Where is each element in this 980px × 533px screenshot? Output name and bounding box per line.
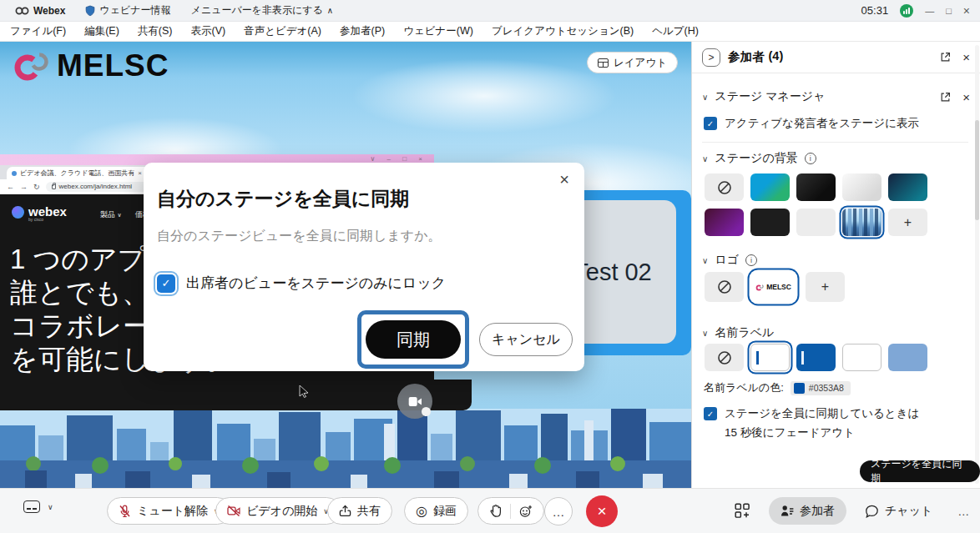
chevron-down-icon: ∨ — [702, 329, 708, 338]
menu-audio-video[interactable]: 音声とビデオ(A) — [244, 24, 321, 38]
name-label-color-label: 名前ラベルの色: — [704, 380, 784, 395]
chat-toggle-button[interactable]: チャット — [865, 504, 932, 519]
panel-title: 参加者 — [728, 49, 765, 65]
chat-icon — [865, 505, 879, 518]
close-window-button[interactable]: × — [963, 4, 970, 18]
stage-bg-option-black[interactable] — [750, 209, 790, 236]
panel-close-icon[interactable]: × — [962, 51, 970, 63]
reactions-smiley-icon[interactable] — [519, 505, 533, 518]
name-label-option-1-selected[interactable] — [750, 344, 790, 371]
shield-icon — [85, 5, 95, 17]
logo-section-header[interactable]: ∨ ロゴ i — [702, 253, 970, 268]
fade-out-checkbox[interactable]: ✓ — [704, 407, 717, 420]
webex-window: Webex ウェビナー情報 メニューバーを非表示にする ∧ 05:31 — □ … — [0, 0, 980, 533]
panel-collapse-button[interactable]: > — [702, 48, 720, 67]
captions-control[interactable]: ∨ — [23, 500, 53, 513]
logo-option-none[interactable] — [705, 272, 744, 302]
site-nav-products[interactable]: 製品 ∨ — [100, 209, 122, 220]
stage-bg-option-dark[interactable] — [796, 173, 836, 201]
unmute-button[interactable]: ミュート解除 ∨ — [107, 497, 231, 525]
maximize-button[interactable]: □ — [946, 6, 952, 16]
menu-participants[interactable]: 参加者(P) — [340, 24, 385, 38]
leave-meeting-button[interactable]: × — [586, 495, 618, 527]
divider — [702, 142, 968, 143]
panel-scrollbar[interactable] — [975, 45, 979, 484]
name-label-option-3[interactable] — [842, 344, 881, 371]
menu-file[interactable]: ファイル(F) — [10, 24, 66, 38]
closed-captions-icon — [23, 500, 40, 513]
more-panels-button[interactable]: … — [957, 505, 969, 518]
menu-bar: ファイル(F) 編集(E) 共有(S) 表示(V) 音声とビデオ(A) 参加者(… — [0, 22, 980, 42]
camera-icon — [408, 396, 422, 407]
logo-add-button[interactable]: + — [806, 272, 845, 302]
lock-view-checkbox[interactable]: ✓ — [157, 274, 175, 293]
name-label-option-none[interactable] — [705, 344, 744, 371]
name-label-section-header[interactable]: ∨ 名前ラベル — [702, 325, 970, 340]
stage-brand-text: MELSC — [57, 48, 169, 83]
back-icon[interactable]: ← — [7, 183, 14, 191]
connection-quality-icon[interactable] — [900, 4, 913, 18]
active-speaker-checkbox[interactable]: ✓ — [704, 117, 717, 130]
favicon — [12, 171, 17, 176]
share-icon — [339, 505, 351, 517]
chevron-down-icon: ∨ — [702, 154, 708, 163]
menu-breakout[interactable]: ブレイクアウトセッション(B) — [492, 24, 634, 38]
record-button[interactable]: ◎ 録画 — [404, 497, 468, 525]
popout-icon[interactable] — [940, 52, 951, 63]
popout-icon[interactable] — [940, 92, 951, 103]
name-label-color-picker[interactable]: #0353A8 — [791, 381, 851, 395]
none-icon — [717, 279, 732, 294]
hide-menubar-button[interactable]: メニューバーを非表示にする ∧ — [184, 0, 341, 22]
forward-icon[interactable]: → — [20, 183, 28, 191]
panel-header: > 参加者 (4) × — [692, 42, 980, 73]
reload-icon[interactable]: ↻ — [33, 183, 40, 191]
layout-button[interactable]: レイアウト — [587, 52, 678, 73]
stage-bg-option-none[interactable] — [705, 173, 744, 201]
menu-edit[interactable]: 編集(E) — [84, 24, 119, 38]
sync-button[interactable]: 同期 — [366, 320, 461, 359]
participants-icon — [780, 505, 794, 517]
app-name: Webex — [33, 5, 65, 17]
start-video-button[interactable]: ビデオの開始 ∨ — [215, 497, 341, 525]
name-label-option-2[interactable] — [796, 344, 836, 371]
more-options-button[interactable]: … — [544, 497, 573, 525]
lock-icon — [52, 184, 56, 189]
stage-bg-option-light[interactable] — [842, 173, 881, 201]
stage-bg-option-teal[interactable] — [888, 173, 927, 201]
title-bar: Webex ウェビナー情報 メニューバーを非表示にする ∧ 05:31 — □ … — [0, 0, 980, 22]
stage-manager-header[interactable]: ∨ ステージ マネージャ × — [702, 89, 970, 104]
menu-help[interactable]: ヘルプ(H) — [652, 24, 699, 38]
layout-grid-icon — [598, 58, 609, 68]
dialog-message: 自分のステージビューを全員に同期しますか。 — [157, 228, 442, 245]
self-video-bubble[interactable] — [397, 384, 432, 419]
share-button[interactable]: 共有 — [327, 497, 392, 525]
name-label-option-4[interactable] — [888, 344, 927, 371]
tab-close-icon[interactable]: × — [138, 169, 142, 177]
menu-webinar[interactable]: ウェビナー(W) — [403, 24, 473, 38]
cancel-button[interactable]: キャンセル — [479, 323, 573, 356]
menu-share[interactable]: 共有(S) — [138, 24, 173, 38]
stage-bg-option-purple[interactable] — [705, 209, 744, 236]
chevron-down-icon: ∨ — [702, 256, 708, 265]
minimize-button[interactable]: — — [925, 6, 934, 16]
stage-manager-close-icon[interactable]: × — [962, 91, 970, 103]
webex-infinity-icon — [15, 6, 29, 16]
info-icon[interactable]: i — [745, 254, 757, 266]
sync-stage-tooltip: ステージを全員に同期 — [860, 460, 980, 482]
menu-view[interactable]: 表示(V) — [190, 24, 225, 38]
reactions-control — [477, 497, 544, 525]
stage-bg-add-button[interactable]: + — [888, 209, 927, 236]
stage-bg-option-city-selected[interactable] — [842, 209, 881, 236]
dialog-close-icon[interactable]: × — [559, 171, 569, 188]
info-icon[interactable]: i — [805, 153, 816, 164]
webinar-info-button[interactable]: ウェビナー情報 — [78, 0, 177, 22]
fade-out-row: ✓ ステージを全員に同期しているときは — [704, 406, 919, 421]
stage-bg-option-bluegreen[interactable] — [750, 173, 790, 201]
raise-hand-icon[interactable] — [489, 504, 502, 518]
stage-background-header[interactable]: ∨ ステージの背景 i — [702, 151, 970, 166]
participants-toggle-button[interactable]: 参加者 — [769, 497, 846, 525]
stage-bg-option-gray[interactable] — [796, 209, 836, 236]
logo-option-melsc-selected[interactable]: MELSC — [750, 271, 796, 303]
control-bar: ∨ ミュート解除 ∨ ビデオの開始 ∨ 共有 — [0, 488, 980, 533]
apps-icon[interactable] — [735, 503, 750, 519]
